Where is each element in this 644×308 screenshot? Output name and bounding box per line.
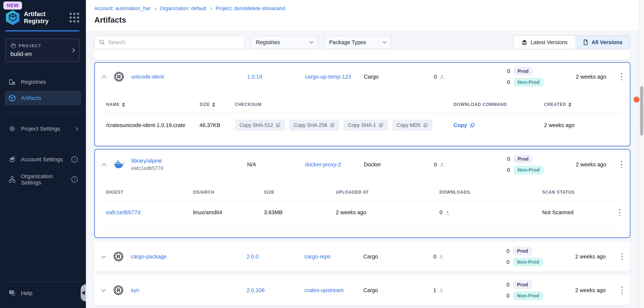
artifact-card-cargo-package: R cargo-package 2.0.0 cargo-repo Cargo 0…: [94, 242, 630, 271]
copy-icon: [276, 123, 280, 128]
gear-icon: [8, 125, 16, 133]
digest-link[interactable]: eafc1edb577d: [106, 209, 193, 216]
checksum-buttons: Copy SHA-512 Copy SHA-256 Copy SHA-1 Cop…: [235, 120, 454, 131]
artifact-name-link[interactable]: library/alpine: [131, 158, 162, 164]
layers-icon: [8, 156, 16, 163]
info-icon[interactable]: i: [71, 176, 78, 183]
info-icon[interactable]: i: [71, 156, 78, 163]
breadcrumb-project-link[interactable]: Project: donotdelete-shivanand: [216, 6, 285, 12]
copy-icon: [423, 123, 428, 128]
artifact-card-library-alpine: library/alpine eafc1edb577d N/A docker-p…: [94, 149, 630, 238]
prod-badge: Prod: [514, 155, 533, 163]
all-versions-button[interactable]: All Versions: [575, 36, 630, 49]
collapse-chevron-icon[interactable]: [102, 163, 106, 168]
sidebar-item-organization-settings[interactable]: Organization Settings i: [5, 170, 81, 189]
breadcrumb-account-link[interactable]: Account: automation_har: [94, 6, 150, 12]
search-box: [94, 36, 245, 49]
digest-size: 3.63MB: [264, 209, 336, 216]
page-title: Artifacts: [94, 16, 639, 25]
chevron-down-icon: [310, 40, 313, 44]
registries-dropdown[interactable]: Registries: [251, 36, 318, 49]
prod-badge: Prod: [514, 67, 533, 76]
expand-chevron-icon[interactable]: [101, 287, 106, 292]
kebab-menu-icon[interactable]: [619, 159, 624, 170]
sidebar-item-project-settings[interactable]: Project Settings: [5, 121, 81, 136]
expand-chevron-icon[interactable]: [101, 254, 106, 258]
version-view-toggle: Latest Versions All Versions: [514, 35, 630, 49]
digest-uploaded: 2 weeks ago: [336, 209, 440, 216]
sidebar-item-registries[interactable]: Registries: [5, 75, 81, 89]
collapse-chevron-icon[interactable]: [102, 75, 106, 80]
sidebar-item-account-settings[interactable]: Account Settings i: [5, 152, 81, 167]
package-types-dropdown[interactable]: Package Types: [324, 36, 391, 49]
file-row: /cratesunicode-ident-1.0.19.crate 46.37K…: [106, 113, 622, 137]
digest-scan-status: Not Scanned: [542, 209, 594, 216]
artifacts-cube-icon: [8, 94, 16, 102]
artifact-name-link[interactable]: cargo-package: [131, 254, 246, 260]
artifact-registry-link[interactable]: cargo-repo: [304, 254, 363, 260]
artifact-version-link[interactable]: 1.0.19: [247, 74, 305, 80]
project-selector[interactable]: PROJECT build-en: [5, 39, 80, 62]
sort-icon[interactable]: [212, 103, 215, 107]
artifact-card-partial: [94, 50, 630, 60]
accent-divider: [5, 30, 80, 32]
file-created: 2 weeks ago: [544, 122, 622, 128]
app-switcher-grid-icon[interactable]: [70, 13, 79, 23]
sidebar-item-help[interactable]: ? Help: [5, 286, 81, 300]
kebab-menu-icon[interactable]: [619, 71, 624, 82]
artifact-registry-link[interactable]: docker-proxy-2: [305, 162, 364, 168]
sort-icon[interactable]: [122, 103, 125, 107]
sort-icon[interactable]: [568, 103, 571, 107]
artifact-row: R syn 2.0.106 crates-upstream Cargo 1 0 …: [94, 275, 630, 305]
digest-downloads: 0: [440, 209, 442, 216]
artifact-downloads-count: 0: [434, 74, 437, 80]
download-icon: [439, 74, 445, 80]
divider: [6, 144, 80, 144]
divider: [6, 113, 80, 114]
main-content: Account: automation_har Organization: de…: [86, 0, 639, 308]
page-header: Account: automation_har Organization: de…: [86, 0, 639, 31]
artifact-package-type: Cargo: [363, 254, 433, 260]
search-input[interactable]: [108, 39, 240, 46]
collapse-arrow-icon: [82, 291, 85, 295]
new-badge: NEW: [3, 2, 22, 10]
latest-versions-button[interactable]: Latest Versions: [514, 36, 575, 49]
artifact-package-type: Docker: [364, 162, 434, 168]
kebab-menu-icon[interactable]: [617, 207, 622, 218]
artifact-registry-link[interactable]: crates-upstream: [304, 287, 363, 293]
nonprod-badge: Non-Prod: [513, 258, 543, 266]
column-header-checksum: CHECKSUM: [235, 102, 454, 107]
kebab-menu-icon[interactable]: [620, 285, 625, 296]
artifact-registry-link[interactable]: cargo-up-temp-123: [305, 74, 364, 80]
toolbar: Registries Package Types Latest Versions: [94, 36, 630, 49]
artifact-version-link[interactable]: 2.0.0: [246, 254, 304, 260]
copy-md5-button[interactable]: Copy MD5: [392, 120, 432, 131]
breadcrumb-separator-icon: [210, 7, 212, 10]
svg-text:?: ?: [11, 291, 12, 294]
copy-sha1-button[interactable]: Copy SHA-1: [344, 120, 388, 131]
copy-sha256-button[interactable]: Copy SHA-256: [289, 120, 339, 131]
sidebar-item-artifacts[interactable]: Artifacts: [5, 91, 81, 105]
copy-sha512-button[interactable]: Copy SHA-512: [235, 120, 285, 131]
registries-dropdown-label: Registries: [256, 39, 310, 46]
artifact-name-link[interactable]: unicode-ident: [131, 74, 247, 80]
scrollbar-thumb[interactable]: [640, 86, 643, 136]
artifact-downloads-count: 1: [433, 287, 436, 293]
artifact-name-link[interactable]: syn: [131, 287, 246, 293]
divider: [6, 282, 80, 282]
digest-table-header: DIGEST OS/ARCH SIZE UPLOADED AT DOWNLOAD…: [106, 190, 622, 195]
app-logo-row: Artifact Registry: [5, 10, 79, 26]
breadcrumb-org-link[interactable]: Organization: default: [160, 6, 206, 12]
column-header-osarch: OS/ARCH: [193, 190, 264, 195]
kebab-menu-icon[interactable]: [620, 251, 625, 262]
prod-badge: Prod: [513, 280, 532, 289]
copy-download-command-link[interactable]: Copy: [454, 122, 544, 128]
feedback-tab[interactable]: [634, 97, 640, 103]
sidebar-item-label: Help: [21, 290, 78, 296]
sidebar-collapse-handle[interactable]: [81, 284, 86, 301]
nonprod-badge: Non-Prod: [514, 78, 544, 87]
prod-count: 0: [507, 156, 510, 162]
svg-text:R: R: [116, 287, 120, 293]
package-types-dropdown-label: Package Types: [329, 39, 383, 46]
artifact-version-link[interactable]: 2.0.106: [246, 287, 304, 293]
